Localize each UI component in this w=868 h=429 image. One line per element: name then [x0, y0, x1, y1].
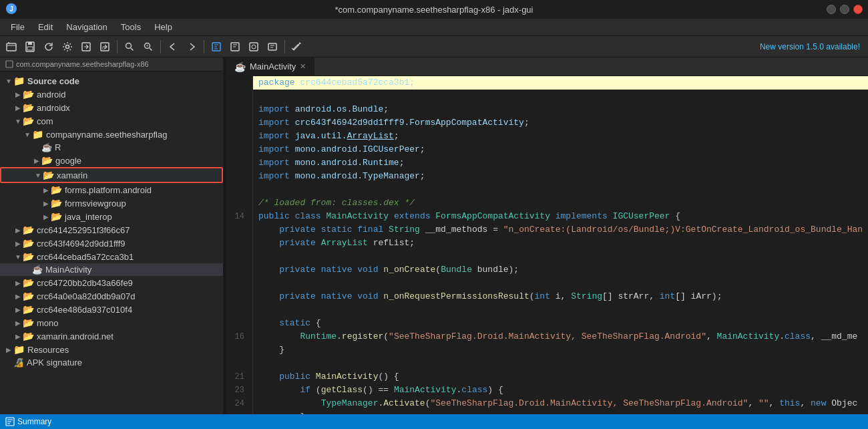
svg-rect-15	[250, 43, 258, 51]
svg-rect-17	[268, 43, 276, 50]
decompile-button[interactable]	[208, 38, 225, 55]
code-line-native-oncreate: private native void n_onCreate(Bundle bu…	[226, 263, 868, 277]
mono-label: mono	[37, 318, 59, 328]
find-button[interactable]: +	[140, 38, 157, 55]
package-header-label: com.companyname.seethesharpflag-x86	[16, 60, 149, 68]
svg-rect-4	[28, 42, 32, 45]
sidebar-item-androidx[interactable]: ▶ 📂 androidx	[0, 101, 223, 114]
back-button[interactable]	[164, 38, 182, 55]
crc64a0-label: crc64a0e0a82d0db9a07d	[37, 291, 135, 301]
sidebar-item-crc644[interactable]: ▼ 📂 crc644cebad5a72cca3b1	[0, 250, 223, 263]
code-line-23: 23 if (getClass() == MainActivity.class)…	[226, 384, 868, 397]
svg-rect-2	[7, 43, 16, 51]
androidx-label: androidx	[37, 103, 70, 113]
new-version-notice: New version 1.5.0 available!	[760, 42, 865, 51]
sidebar-item-resources[interactable]: ▶ 📁 Resources	[0, 343, 223, 356]
main-layout: com.companyname.seethesharpflag-x86 ▼ 📁 …	[0, 57, 868, 414]
toolbar-sep-4	[284, 40, 285, 53]
code-line-comment: /* loaded from: classes.dex */	[226, 196, 868, 210]
com-label: com	[37, 116, 53, 126]
R-label: R	[55, 142, 61, 152]
code-line-import-3: import java.util.ArrayList;	[226, 130, 868, 143]
sidebar-item-crc6414[interactable]: ▶ 📂 crc6414252951f3f66c67	[0, 223, 223, 237]
sidebar-item-formsviewgroup[interactable]: ▶ 📂 formsviewgroup	[0, 196, 223, 210]
source-code-root[interactable]: ▼ 📁 Source code	[0, 74, 223, 88]
code-line-import-5: import mono.android.Runtime;	[226, 156, 868, 170]
forms-platform-label: forms.platform.android	[65, 185, 152, 195]
search-button[interactable]	[121, 38, 138, 55]
code-line-import-1: import android.os.Bundle;	[226, 103, 868, 116]
sidebar-item-xamarin-android-net[interactable]: ▶ 📂 xamarin.android.net	[0, 329, 223, 343]
editor-tabbar: ☕ MainActivity ✕	[226, 57, 868, 76]
code-line-24: 24 TypeManager.Activate("SeeTheSharpFlag…	[226, 397, 868, 410]
mainactivity-label: MainActivity	[45, 265, 91, 275]
sidebar-item-google[interactable]: ▶ 📂 google	[0, 154, 223, 167]
sidebar-item-forms-platform[interactable]: ▶ 📂 forms.platform.android	[0, 183, 223, 196]
sidebar-item-mainactivity[interactable]: ☕ MainActivity	[0, 263, 223, 276]
source-code-label: Source code	[27, 76, 79, 86]
google-label: google	[55, 156, 81, 166]
menu-edit[interactable]: Edit	[31, 21, 59, 33]
sidebar-item-crc64a0[interactable]: ▶ 📂 crc64a0e0a82d0db9a07d	[0, 289, 223, 303]
menubar: File Edit Navigation Tools Help	[0, 19, 868, 36]
minimize-button[interactable]	[827, 5, 836, 14]
sidebar-item-crc64ee[interactable]: ▶ 📂 crc64ee486da937c010f4	[0, 303, 223, 316]
export-button[interactable]	[77, 38, 95, 55]
menu-help[interactable]: Help	[148, 21, 179, 33]
tab-label: MainActivity	[250, 61, 296, 72]
code-line-private-static: private static final String __md_methods…	[226, 223, 868, 237]
tab-icon: ☕	[234, 61, 246, 72]
sidebar-item-com[interactable]: ▼ 📂 com	[0, 114, 223, 128]
smali-button[interactable]	[226, 38, 244, 55]
window-controls[interactable]	[827, 5, 863, 14]
open-button[interactable]	[3, 38, 20, 55]
toolbar-sep-1	[117, 40, 118, 53]
code-line-static-open: static {	[226, 317, 868, 330]
code-line-static-close: }	[226, 343, 868, 357]
forward-button[interactable]	[183, 38, 200, 55]
decompile2-button[interactable]	[245, 38, 262, 55]
code-line-16: 16 Runtime.register("SeeTheSharpFlag.Dro…	[226, 330, 868, 343]
code-line-empty-2	[226, 183, 868, 196]
log-button[interactable]	[264, 38, 281, 55]
apk-signature-label: APK signature	[27, 358, 82, 368]
refresh-button[interactable]	[40, 38, 57, 55]
code-line-empty-4	[226, 277, 868, 290]
maximize-button[interactable]	[840, 5, 849, 14]
app-icon: J	[5, 3, 17, 17]
code-line-package: package crc644cebad5a72cca3b1;	[226, 76, 868, 90]
menu-navigation[interactable]: Navigation	[59, 21, 114, 33]
java-interop-label: java_interop	[65, 212, 112, 222]
export-gradle-button[interactable]: G	[96, 38, 114, 55]
settings-button[interactable]	[59, 38, 76, 55]
code-line-empty-3	[226, 250, 868, 263]
close-button[interactable]	[853, 5, 863, 14]
svg-text:G: G	[102, 46, 105, 50]
code-line-import-2: import crc643f46942d9dd1fff9.FormsAppCom…	[226, 116, 868, 130]
sidebar-item-xamarin[interactable]: ▼ 📂 xamarin	[0, 167, 223, 183]
editor-area: ☕ MainActivity ✕ package crc644cebad5a72…	[226, 57, 868, 414]
sidebar-item-android[interactable]: ▶ 📂 android	[0, 88, 223, 101]
code-editor[interactable]: package crc644cebad5a72cca3b1; import an…	[226, 76, 868, 414]
resources-label: Resources	[27, 345, 69, 355]
crc643f-label: crc643f46942d9dd1fff9	[37, 239, 126, 249]
summary-label: Summary	[17, 417, 51, 426]
code-line-21: 21 public MainActivity() {	[226, 370, 868, 384]
sidebar-item-crc64720[interactable]: ▶ 📂 crc64720bb2db43a66fe9	[0, 276, 223, 289]
sidebar-item-crc643f[interactable]: ▶ 📂 crc643f46942d9dd1fff9	[0, 237, 223, 250]
tools-button[interactable]	[288, 38, 306, 55]
save-button[interactable]	[21, 38, 39, 55]
sidebar-item-companyname[interactable]: ▼ 📁 companyname.seethesharpflag	[0, 128, 223, 141]
menu-tools[interactable]: Tools	[114, 21, 148, 33]
bottom-summary[interactable]: Summary	[5, 417, 51, 426]
sidebar-item-java-interop[interactable]: ▶ 📂 java_interop	[0, 210, 223, 223]
sidebar-item-apk-signature[interactable]: 🔏 APK signature	[0, 356, 223, 369]
tab-close-button[interactable]: ✕	[300, 62, 306, 71]
xamarin-android-net-label: xamarin.android.net	[37, 331, 114, 341]
tab-mainactivity[interactable]: ☕ MainActivity ✕	[226, 57, 314, 76]
android-label: android	[37, 90, 65, 100]
sidebar-item-R[interactable]: ☕ R	[0, 141, 223, 154]
sidebar-item-mono[interactable]: ▶ 📂 mono	[0, 316, 223, 329]
menu-file[interactable]: File	[4, 21, 31, 33]
formsviewgroup-label: formsviewgroup	[65, 198, 126, 208]
